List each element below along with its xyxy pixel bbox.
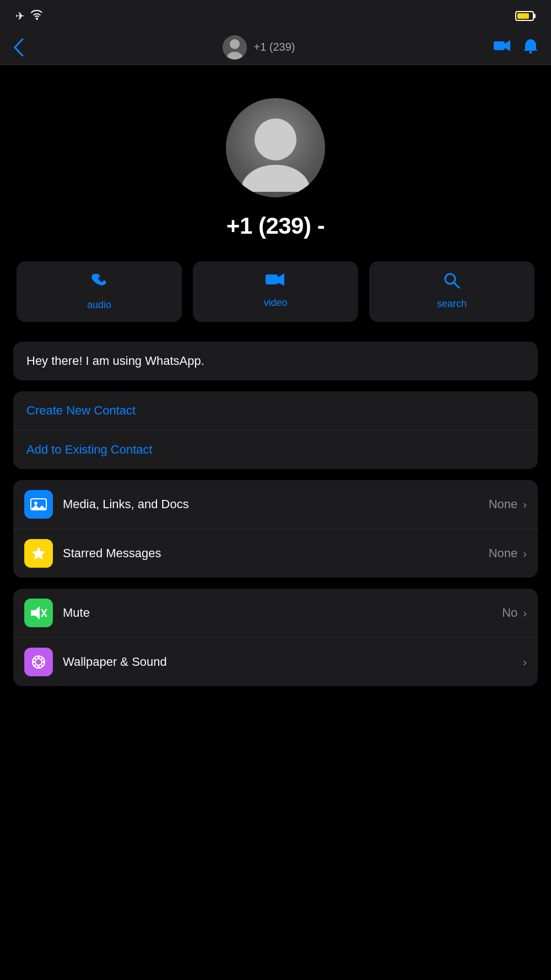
- starred-messages-value: None: [489, 546, 518, 561]
- media-links-docs-label: Media, Links, and Docs: [63, 497, 489, 511]
- battery-icon: ⚡: [515, 11, 536, 21]
- svg-point-25: [34, 658, 36, 659]
- search-button-label: search: [437, 298, 467, 310]
- mute-label: Mute: [63, 606, 502, 620]
- svg-point-13: [34, 502, 37, 505]
- chevron-right-icon: ›: [523, 498, 527, 511]
- search-button[interactable]: search: [369, 261, 534, 322]
- mute-wallpaper-card: Mute No › Wallpaper & Sound: [13, 589, 538, 686]
- contact-phone-number: +1 (239) -: [226, 213, 325, 239]
- audio-icon: [90, 272, 108, 294]
- add-to-existing-contact-label: Add to Existing Contact: [26, 443, 153, 456]
- create-new-contact-label: Create New Contact: [26, 403, 136, 417]
- chevron-right-icon-2: ›: [523, 547, 527, 560]
- contact-actions-card: Create New Contact Add to Existing Conta…: [13, 391, 538, 469]
- airplane-mode-icon: ✈: [15, 9, 25, 23]
- svg-point-1: [230, 39, 240, 49]
- svg-point-23: [33, 661, 35, 663]
- wallpaper-sound-item[interactable]: Wallpaper & Sound ›: [13, 638, 538, 686]
- add-to-existing-contact-item[interactable]: Add to Existing Contact: [13, 430, 538, 469]
- video-button-label: video: [263, 297, 287, 309]
- media-links-docs-item[interactable]: Media, Links, and Docs None ›: [13, 480, 538, 529]
- chevron-right-icon-4: ›: [523, 656, 527, 669]
- svg-point-21: [37, 656, 40, 658]
- starred-messages-icon: [24, 539, 53, 568]
- wifi-icon: [30, 10, 44, 23]
- wallpaper-sound-icon: [24, 648, 53, 676]
- svg-rect-8: [266, 274, 278, 284]
- mute-item[interactable]: Mute No ›: [13, 589, 538, 638]
- whatsapp-status-text: Hey there! I am using WhatsApp.: [26, 354, 204, 368]
- create-new-contact-item[interactable]: Create New Contact: [13, 391, 538, 430]
- mute-value: No: [502, 606, 517, 620]
- svg-point-24: [42, 661, 45, 663]
- media-links-docs-value: None: [489, 497, 518, 511]
- status-left: ✈: [15, 9, 44, 23]
- back-button[interactable]: [13, 38, 24, 57]
- svg-marker-14: [31, 505, 46, 509]
- action-buttons-row: audio video search: [0, 261, 551, 342]
- video-call-button[interactable]: video: [193, 261, 358, 322]
- status-right: ⚡: [515, 11, 536, 21]
- svg-marker-15: [32, 547, 45, 559]
- svg-point-20: [35, 659, 42, 665]
- audio-button-label: audio: [87, 299, 111, 311]
- status-bar: ✈ ⚡: [0, 0, 551, 30]
- bell-nav-icon[interactable]: [523, 38, 538, 57]
- svg-point-6: [255, 119, 296, 160]
- media-starred-card: Media, Links, and Docs None › Starred Me…: [13, 480, 538, 578]
- top-nav: +1 (239): [0, 30, 551, 65]
- svg-marker-16: [31, 606, 40, 620]
- profile-section: +1 (239) -: [0, 65, 551, 261]
- nav-phone-number: +1 (239): [253, 41, 295, 53]
- svg-point-26: [41, 665, 43, 666]
- svg-rect-3: [494, 41, 505, 50]
- nav-actions: [494, 38, 538, 57]
- svg-point-28: [34, 665, 36, 666]
- video-call-nav-icon[interactable]: [494, 39, 511, 56]
- starred-messages-item[interactable]: Starred Messages None ›: [13, 529, 538, 578]
- wallpaper-sound-label: Wallpaper & Sound: [63, 655, 517, 669]
- nav-contact-info: +1 (239): [223, 35, 295, 60]
- svg-point-5: [530, 51, 532, 53]
- svg-line-11: [454, 283, 459, 288]
- svg-point-27: [41, 658, 43, 659]
- contact-avatar: [226, 98, 325, 197]
- svg-point-7: [241, 165, 310, 192]
- nav-avatar: [223, 35, 247, 60]
- status-info-card: Hey there! I am using WhatsApp.: [13, 342, 538, 380]
- chevron-right-icon-3: ›: [523, 607, 527, 620]
- starred-messages-label: Starred Messages: [63, 546, 489, 561]
- audio-call-button[interactable]: audio: [17, 261, 182, 322]
- main-content: +1 (239) - audio video: [0, 65, 551, 719]
- media-links-icon: [24, 490, 53, 519]
- mute-icon: [24, 599, 53, 627]
- video-icon: [266, 272, 285, 292]
- svg-marker-4: [505, 40, 510, 51]
- search-icon: [444, 272, 460, 293]
- svg-marker-9: [278, 273, 284, 286]
- svg-point-22: [37, 666, 40, 668]
